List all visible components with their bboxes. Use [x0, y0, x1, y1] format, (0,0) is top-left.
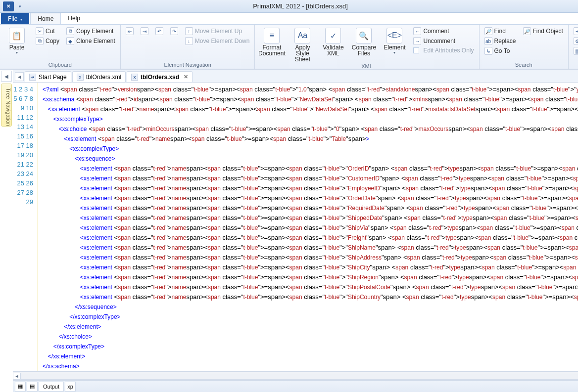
- goto-label: Go To: [494, 47, 510, 54]
- panes-button[interactable]: ▥Panes: [572, 46, 578, 55]
- element-button[interactable]: <E>Element: [381, 27, 408, 62]
- app-icon: ✕: [3, 1, 14, 11]
- edit-attrs-checkbox[interactable]: [413, 47, 419, 53]
- close-tab-icon[interactable]: ✕: [184, 74, 188, 80]
- bottom-icon-2[interactable]: ▤: [27, 382, 38, 392]
- compare-label: Compare Files: [350, 44, 378, 56]
- ribbon: 📋 Paste ✂Cut ⧉Copy ⧉Copy Element ◆Clone …: [0, 25, 578, 69]
- paste-button[interactable]: 📋 Paste: [3, 27, 31, 61]
- compare-files-button[interactable]: 🔍Compare Files: [350, 27, 378, 62]
- arrow-right2-icon: ↷: [170, 27, 178, 35]
- panes-icon: ▥: [574, 47, 578, 55]
- code-editor[interactable]: 1 2 3 4 5 6 7 8 9 10 11 12 13 14 15 16 1…: [13, 83, 578, 371]
- format-doc-label: Format Document: [258, 44, 286, 56]
- paste-icon: 📋: [9, 28, 25, 44]
- cut-icon: ✂: [36, 27, 44, 35]
- validate-xml-button[interactable]: ✓Validate XML: [319, 27, 347, 62]
- clone-element-icon: ◆: [66, 37, 74, 45]
- line-number-gutter: 1 2 3 4 5 6 7 8 9 10 11 12 13 14 15 16 1…: [13, 83, 38, 371]
- move-down-icon: ↓: [185, 37, 193, 45]
- xsd-file-icon: x: [131, 74, 138, 81]
- nav-left2-button[interactable]: ↶: [153, 27, 165, 36]
- copy-element-label: Copy Element: [76, 28, 113, 35]
- cut-button[interactable]: ✂Cut: [34, 27, 61, 36]
- file-tab[interactable]: File: [1, 13, 29, 24]
- element-icon: <E>: [386, 28, 402, 44]
- copy-element-icon: ⧉: [66, 27, 74, 35]
- apply-style-sheet-button[interactable]: AaApply Style Sheet: [289, 27, 316, 62]
- qat-dropdown-icon[interactable]: ▾: [17, 4, 23, 9]
- replace-label: Replace: [494, 38, 516, 44]
- find-object-button[interactable]: 🔎Find Object: [521, 27, 565, 36]
- apply-style-label: Apply Style Sheet: [289, 44, 316, 62]
- doc-tab-orders-xml-label: tblOrders.xml: [86, 74, 121, 81]
- comment-button[interactable]: ←Comment: [411, 27, 476, 36]
- format-doc-icon: ≡: [264, 28, 280, 44]
- start-page-tab-icon: ➔: [29, 74, 36, 81]
- ribbon-group-xml: ≡Format Document AaApply Style Sheet ✓Va…: [255, 25, 479, 69]
- find-object-label: Find Object: [533, 28, 563, 35]
- uncomment-icon: →: [413, 37, 421, 45]
- bottom-icon-1[interactable]: ▦: [15, 382, 26, 392]
- nav-left-button[interactable]: ⇤: [124, 27, 136, 36]
- find-object-icon: 🔎: [523, 27, 531, 35]
- menu-bar: File Home Help: [0, 13, 578, 25]
- copy-label: Copy: [46, 38, 59, 44]
- tab-nav-left-icon[interactable]: ◄: [15, 72, 24, 81]
- bottom-icon-3[interactable]: xp: [65, 382, 76, 392]
- doc-tab-start-page-label: Start Page: [39, 74, 67, 81]
- side-toggle-icon[interactable]: ◀: [1, 71, 12, 82]
- element-nav-caption: Element Navigation: [124, 61, 252, 68]
- doc-tab-orders-xsd-label: tblOrders.xsd: [141, 74, 179, 81]
- home-tab[interactable]: Home: [30, 13, 61, 24]
- compare-icon: 🔍: [356, 28, 372, 44]
- scroll-left-icon[interactable]: ◄: [13, 373, 21, 380]
- doc-tab-orders-xml[interactable]: xtblOrders.xml: [72, 71, 126, 82]
- start-page-button[interactable]: ➔Start Page: [572, 27, 578, 36]
- move-element-down-button[interactable]: ↓Move Element Down: [183, 37, 252, 45]
- uncomment-button[interactable]: →Uncomment: [411, 37, 476, 45]
- help-tab[interactable]: Help: [61, 13, 87, 24]
- editor-panel: ◄ ➔Start Page xtblOrders.xml xtblOrders.…: [13, 70, 578, 392]
- goto-button[interactable]: ↳Go To: [482, 46, 518, 55]
- document-tab-bar: ◄ ➔Start Page xtblOrders.xml xtblOrders.…: [13, 70, 578, 83]
- code-content[interactable]: <?xml <span class="t-red">versionspan><s…: [38, 83, 578, 371]
- goto-icon: ↳: [484, 47, 492, 55]
- tree-navigation-tab[interactable]: Tree Navigation: [1, 84, 12, 127]
- nav-right2-button[interactable]: ↷: [168, 27, 180, 36]
- move-element-up-button[interactable]: ↑Move Element Up: [183, 27, 252, 36]
- comment-label: Comment: [423, 28, 449, 35]
- scroll-track[interactable]: [21, 373, 578, 380]
- find-button[interactable]: 🔎Find: [482, 27, 518, 36]
- arrow-left2-icon: ↶: [155, 27, 163, 35]
- edit-attributes-only-button[interactable]: Edit Attributes Only: [411, 46, 476, 54]
- output-tab[interactable]: Output: [39, 382, 64, 392]
- find-icon: 🔎: [484, 27, 492, 35]
- nav-right-button[interactable]: ⇥: [139, 27, 150, 36]
- move-down-label: Move Element Down: [195, 38, 250, 44]
- options-button[interactable]: ⚙Options: [572, 37, 578, 45]
- xml-caption: XML: [258, 62, 476, 69]
- copy-button[interactable]: ⧉Copy: [34, 37, 61, 45]
- doc-tab-orders-xsd[interactable]: xtblOrders.xsd✕: [127, 71, 193, 82]
- ribbon-group-search: 🔎Find abReplace ↳Go To 🔎Find Object Sear…: [480, 25, 569, 69]
- validate-icon: ✓: [325, 28, 341, 44]
- doc-tab-start-page[interactable]: ➔Start Page: [25, 71, 71, 82]
- work-area: ◀ Tree Navigation ◄ ➔Start Page xtblOrde…: [0, 69, 578, 392]
- format-document-button[interactable]: ≡Format Document: [258, 27, 286, 62]
- start-page-icon: ➔: [574, 27, 578, 35]
- replace-button[interactable]: abReplace: [482, 37, 518, 45]
- uncomment-label: Uncomment: [423, 38, 455, 44]
- window-caption: Window: [572, 61, 578, 68]
- element-label: Element: [384, 44, 405, 50]
- paste-label: Paste: [9, 44, 25, 50]
- arrow-right-icon: ⇥: [141, 27, 148, 35]
- clone-element-button[interactable]: ◆Clone Element: [64, 37, 117, 45]
- copy-element-button[interactable]: ⧉Copy Element: [64, 27, 117, 36]
- ribbon-group-window: ➔Start Page ⚙Options ▥Panes Window: [569, 25, 578, 69]
- cut-label: Cut: [46, 28, 55, 35]
- replace-icon: ab: [484, 37, 492, 45]
- comment-icon: ←: [413, 27, 421, 35]
- horizontal-scrollbar[interactable]: ◄ ►: [13, 371, 578, 380]
- validate-label: Validate XML: [319, 44, 347, 56]
